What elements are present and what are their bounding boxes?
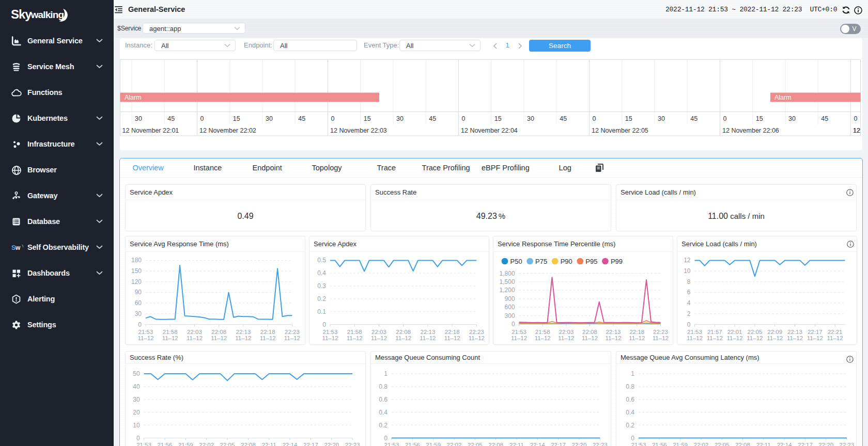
svg-text:45: 45 (429, 115, 436, 122)
svg-text:21:56: 21:56 (158, 442, 173, 446)
svg-text:Alarm: Alarm (125, 94, 142, 101)
svg-text:22:13: 22:13 (606, 328, 621, 334)
svg-text:0.3: 0.3 (317, 282, 326, 290)
svg-text:P50: P50 (510, 257, 522, 265)
svg-text:11–12: 11–12 (260, 335, 276, 341)
svg-text:0: 0 (322, 321, 326, 328)
svg-text:40: 40 (133, 383, 140, 390)
svg-text:0.5: 0.5 (317, 257, 326, 264)
svg-text:P99: P99 (611, 257, 623, 265)
svg-text:11–12: 11–12 (211, 335, 227, 341)
svg-text:21:53: 21:53 (384, 442, 399, 446)
svg-text:11–12: 11–12 (162, 335, 178, 341)
svg-text:30: 30 (658, 115, 665, 122)
svg-text:22:03: 22:03 (559, 328, 574, 334)
svg-text:30: 30 (266, 115, 273, 122)
svg-text:15: 15 (625, 115, 632, 122)
svg-text:12 November 22:01: 12 November 22:01 (122, 127, 179, 134)
svg-text:4: 4 (687, 299, 691, 307)
svg-text:45: 45 (690, 115, 698, 122)
svg-text:P95: P95 (585, 257, 597, 265)
svg-text:22:08: 22:08 (488, 442, 503, 446)
svg-text:P75: P75 (535, 257, 547, 265)
svg-text:0.1: 0.1 (317, 308, 326, 315)
svg-text:15: 15 (233, 115, 240, 122)
svg-text:11–12: 11–12 (687, 335, 703, 341)
svg-text:10: 10 (684, 267, 691, 275)
svg-text:10: 10 (133, 422, 140, 429)
svg-text:22:21: 22:21 (828, 328, 843, 334)
svg-text:90: 90 (135, 289, 142, 296)
svg-text:11–12: 11–12 (371, 335, 387, 341)
svg-text:0.4: 0.4 (317, 269, 326, 277)
svg-text:11–12: 11–12 (747, 335, 763, 341)
svg-text:15: 15 (756, 115, 763, 122)
svg-text:22:18: 22:18 (260, 328, 275, 334)
svg-text:45: 45 (298, 115, 305, 122)
svg-text:22:02: 22:02 (199, 442, 214, 446)
svg-text:22:23: 22:23 (469, 328, 484, 334)
svg-text:20: 20 (133, 409, 140, 416)
svg-text:0: 0 (687, 321, 691, 328)
svg-text:Alarm: Alarm (774, 94, 792, 101)
svg-text:1: 1 (384, 370, 388, 377)
svg-text:0.8: 0.8 (379, 383, 388, 390)
svg-text:22:23: 22:23 (285, 328, 300, 334)
svg-text:12 November 22:06: 12 November 22:06 (722, 127, 779, 134)
svg-text:21:58: 21:58 (535, 328, 550, 334)
svg-text:22:14: 22:14 (283, 442, 298, 446)
svg-text:0.6: 0.6 (626, 396, 634, 403)
svg-text:30: 30 (396, 115, 404, 122)
svg-text:12 November 22:05: 12 November 22:05 (592, 127, 648, 134)
svg-text:21:56: 21:56 (652, 442, 667, 446)
svg-text:22:01: 22:01 (727, 328, 742, 334)
svg-text:45: 45 (167, 115, 175, 122)
svg-text:11–12: 11–12 (535, 335, 551, 341)
svg-text:150: 150 (131, 267, 142, 275)
svg-text:22:23: 22:23 (653, 328, 668, 334)
svg-text:11–12: 11–12 (420, 335, 436, 341)
svg-text:0: 0 (723, 115, 727, 122)
svg-text:21:53: 21:53 (138, 328, 153, 334)
svg-text:22:05: 22:05 (468, 442, 483, 446)
svg-text:30: 30 (133, 396, 140, 403)
svg-text:180: 180 (131, 257, 142, 264)
svg-text:30: 30 (788, 115, 796, 122)
svg-text:22:17: 22:17 (798, 442, 813, 446)
svg-text:22:17: 22:17 (551, 442, 566, 446)
svg-text:w: w (15, 244, 21, 251)
svg-text:6: 6 (687, 289, 691, 296)
svg-text:22:08: 22:08 (735, 442, 750, 446)
svg-text:P90: P90 (561, 257, 572, 265)
svg-text:12: 12 (684, 257, 691, 264)
svg-text:11–12: 11–12 (284, 335, 300, 341)
svg-text:0: 0 (136, 435, 140, 442)
svg-text:600: 600 (505, 304, 515, 311)
svg-text:22:08: 22:08 (241, 442, 256, 446)
svg-text:15: 15 (494, 115, 502, 122)
svg-text:22:08: 22:08 (396, 328, 411, 334)
svg-text:0: 0 (854, 115, 858, 122)
svg-text:11–12: 11–12 (511, 335, 527, 341)
svg-text:30: 30 (527, 115, 534, 122)
svg-text:0: 0 (593, 115, 596, 122)
svg-text:900: 900 (505, 295, 515, 302)
svg-text:22:09: 22:09 (767, 328, 782, 334)
svg-text:12 November 22:02: 12 November 22:02 (199, 127, 256, 134)
svg-text:22:18: 22:18 (445, 328, 460, 334)
svg-text:11–12: 11–12 (653, 335, 669, 341)
svg-text:11–12: 11–12 (606, 335, 622, 341)
svg-text:21:53: 21:53 (136, 442, 151, 446)
svg-text:12 November 22:03: 12 November 22:03 (330, 127, 387, 134)
svg-text:22:02: 22:02 (694, 442, 709, 446)
svg-text:21:59: 21:59 (673, 442, 688, 446)
svg-text:30: 30 (135, 115, 142, 122)
svg-text:45: 45 (560, 115, 567, 122)
svg-text:0.8: 0.8 (626, 383, 634, 390)
svg-text:22:05: 22:05 (220, 442, 235, 446)
svg-text:60: 60 (135, 299, 142, 307)
svg-text:11–12: 11–12 (707, 335, 723, 341)
svg-text:22:05: 22:05 (748, 328, 763, 334)
svg-text:0: 0 (512, 321, 515, 328)
svg-text:0.2: 0.2 (626, 422, 634, 429)
